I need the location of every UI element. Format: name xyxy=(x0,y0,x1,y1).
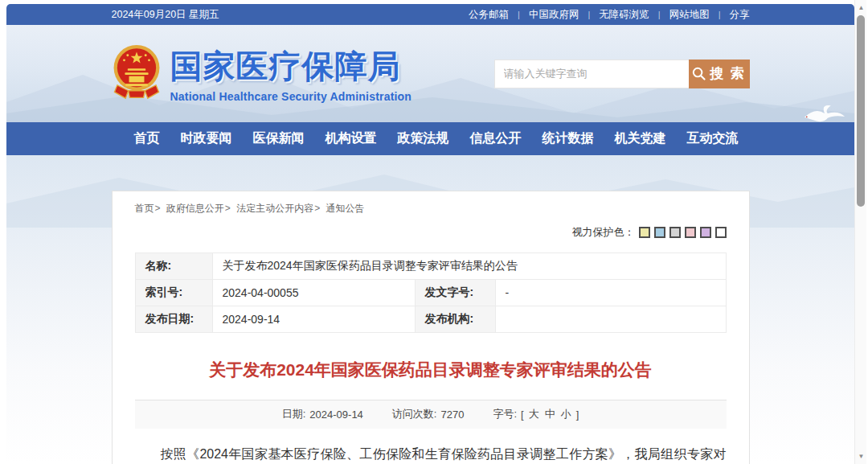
meta-date: 日期: 2024-09-14 xyxy=(282,407,363,421)
fontsize-medium-button[interactable]: 中 xyxy=(545,407,555,421)
site-header: 国家医疗保障局 National Healthcare Security Adm… xyxy=(6,25,854,122)
scrollbar-down-icon[interactable]: ▼ xyxy=(855,450,867,462)
breadcrumb-separator: > xyxy=(314,203,320,214)
info-value-publish-org xyxy=(495,306,726,333)
content-card: 首页> 政府信息公开> 法定主动公开内容> 通知公告 视力保护色： xyxy=(112,191,750,464)
fontsize-large-button[interactable]: 大 xyxy=(529,407,539,421)
search-bar: 搜 索 xyxy=(494,60,750,88)
meta-fontsize-label: 字号: xyxy=(493,407,517,421)
nav-item-info-disclosure[interactable]: 信息公开 xyxy=(470,130,522,147)
nav-item-organization[interactable]: 机构设置 xyxy=(326,130,377,147)
scrollbar-track[interactable]: ▲ ▼ xyxy=(854,0,866,464)
nav-item-insurance-news[interactable]: 医保新闻 xyxy=(253,130,305,147)
info-value-name: 关于发布2024年国家医保药品目录调整专家评审结果的公告 xyxy=(212,253,726,280)
search-icon xyxy=(692,67,706,80)
search-input[interactable] xyxy=(494,60,689,88)
nav-item-party-building[interactable]: 机关党建 xyxy=(615,130,666,147)
meta-fontsize: 字号: [ 大 中 小 ] xyxy=(493,407,579,421)
eye-color-swatch-purple[interactable] xyxy=(700,227,711,238)
fontsize-small-button[interactable]: 小 xyxy=(561,407,571,421)
topbar-link-accessibility[interactable]: 无障碍浏览 xyxy=(599,8,649,22)
brand-titles: 国家医疗保障局 National Healthcare Security Adm… xyxy=(170,44,412,103)
dove-decoration xyxy=(801,101,848,122)
eye-color-swatch-gray[interactable] xyxy=(669,227,681,238)
eye-color-swatch-yellow[interactable] xyxy=(639,227,650,238)
info-label-publish-date: 发布日期: xyxy=(135,306,212,333)
document-info-table: 名称: 关于发布2024年国家医保药品目录调整专家评审结果的公告 索引号: 20… xyxy=(135,253,727,333)
nav-item-policies[interactable]: 政策法规 xyxy=(398,130,449,147)
article-paragraph: 按照《2024年国家基本医疗保险、工伤保险和生育保险药品目录调整工作方案》，我局… xyxy=(135,443,727,464)
site-subtitle-en: National Healthcare Security Administrat… xyxy=(170,90,412,103)
info-label-publish-org: 发布机构: xyxy=(415,306,495,333)
meta-visits-value: 7270 xyxy=(440,409,464,421)
breadcrumb-notices[interactable]: 通知公告 xyxy=(326,203,365,214)
site-title: 国家医疗保障局 xyxy=(170,44,412,88)
fontsize-bracket-close: ] xyxy=(576,409,579,421)
info-label-doc-number: 发文字号: xyxy=(415,280,495,306)
meta-visits-label: 访问次数: xyxy=(392,407,437,421)
search-button[interactable]: 搜 索 xyxy=(689,60,750,88)
breadcrumb-separator: > xyxy=(155,203,161,214)
eye-protection-label: 视力保护色： xyxy=(572,225,635,240)
site-brand[interactable]: 国家医疗保障局 National Healthcare Security Adm… xyxy=(112,43,412,104)
meta-date-label: 日期: xyxy=(282,407,306,421)
national-emblem-logo xyxy=(112,43,162,104)
topbar-link-sitemap[interactable]: 网站地图 xyxy=(669,8,710,22)
eye-color-swatch-blue[interactable] xyxy=(654,227,665,238)
article-meta-bar: 日期: 2024-09-14 访问次数: 7270 字号: [ 大 中 小 ] xyxy=(135,400,727,429)
breadcrumb-home[interactable]: 首页 xyxy=(135,203,154,214)
main-navigation: 首页 时政要闻 医保新闻 机构设置 政策法规 信息公开 统计数据 机关党建 互动… xyxy=(6,122,854,155)
site-wrapper: 2024年09月20日 星期五 公务邮箱 | 中国政府网 | 无障碍浏览 | 网… xyxy=(6,4,854,464)
topbar-separator: | xyxy=(518,10,520,19)
eye-color-swatch-white[interactable] xyxy=(715,227,727,238)
info-label-index: 索引号: xyxy=(135,280,212,306)
scrollbar-thumb[interactable] xyxy=(857,15,865,207)
topbar: 2024年09月20日 星期五 公务邮箱 | 中国政府网 | 无障碍浏览 | 网… xyxy=(6,4,854,25)
info-label-name: 名称: xyxy=(135,253,212,280)
breadcrumb-statutory-disclosure[interactable]: 法定主动公开内容 xyxy=(236,203,313,214)
table-row: 发布日期: 2024-09-14 发布机构: xyxy=(135,306,726,333)
fontsize-bracket-open: [ xyxy=(521,409,524,421)
info-value-index: 2024-04-00055 xyxy=(212,280,415,306)
nav-item-interaction[interactable]: 互动交流 xyxy=(687,130,739,147)
article-title: 关于发布2024年国家医保药品目录调整专家评审结果的公告 xyxy=(143,359,719,381)
nav-item-statistics[interactable]: 统计数据 xyxy=(542,130,594,147)
topbar-link-gov-mail[interactable]: 公务邮箱 xyxy=(469,8,509,22)
info-value-doc-number: - xyxy=(495,280,726,306)
browser-viewport: 2024年09月20日 星期五 公务邮箱 | 中国政府网 | 无障碍浏览 | 网… xyxy=(0,0,868,464)
breadcrumb-separator: > xyxy=(225,203,231,214)
nav-item-politics-news[interactable]: 时政要闻 xyxy=(181,130,232,147)
table-row: 名称: 关于发布2024年国家医保药品目录调整专家评审结果的公告 xyxy=(135,253,726,280)
topbar-separator: | xyxy=(719,10,721,19)
topbar-separator: | xyxy=(588,10,590,19)
nav-item-home[interactable]: 首页 xyxy=(134,130,160,147)
info-value-publish-date: 2024-09-14 xyxy=(212,306,415,333)
scrollbar-up-icon[interactable]: ▲ xyxy=(855,2,867,14)
meta-visits: 访问次数: 7270 xyxy=(392,407,465,421)
page-background: 首页> 政府信息公开> 法定主动公开内容> 通知公告 视力保护色： xyxy=(6,155,854,464)
topbar-date: 2024年09月20日 星期五 xyxy=(112,8,219,22)
breadcrumb-info-disclosure[interactable]: 政府信息公开 xyxy=(166,203,224,214)
eye-protection-row: 视力保护色： xyxy=(135,225,727,240)
breadcrumb: 首页> 政府信息公开> 法定主动公开内容> 通知公告 xyxy=(135,202,727,216)
topbar-links: 公务邮箱 | 中国政府网 | 无障碍浏览 | 网站地图 | 分享 xyxy=(469,8,749,22)
topbar-separator: | xyxy=(658,10,661,19)
meta-date-value: 2024-09-14 xyxy=(309,409,363,421)
eye-color-swatch-pink[interactable] xyxy=(685,227,696,238)
topbar-link-china-gov[interactable]: 中国政府网 xyxy=(529,8,579,22)
topbar-link-share[interactable]: 分享 xyxy=(730,8,750,22)
table-row: 索引号: 2024-04-00055 发文字号: - xyxy=(135,280,726,306)
search-button-label: 搜 索 xyxy=(710,64,746,83)
